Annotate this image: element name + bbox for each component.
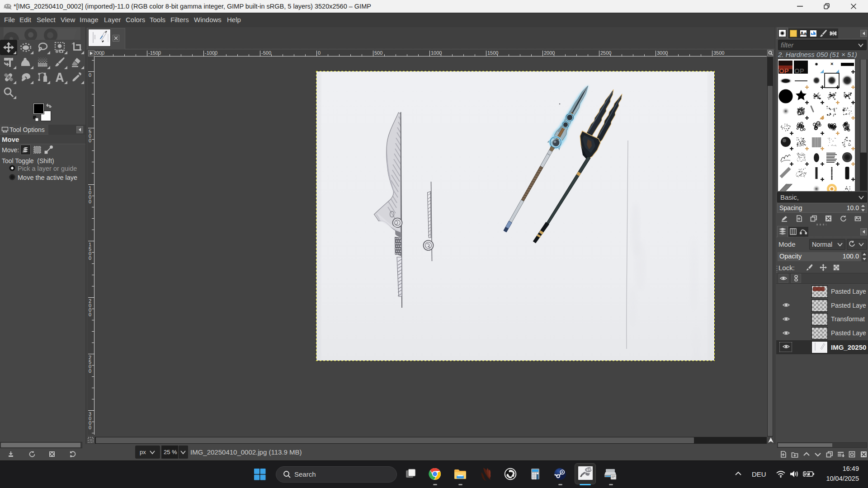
svg-text:OP: OP (779, 67, 789, 75)
svg-text:OP: OP (794, 67, 804, 75)
svg-text:2500: 2500 (600, 50, 611, 56)
svg-text:3000: 3000 (657, 50, 668, 56)
svg-text:0: 0 (318, 50, 321, 56)
svg-text:-1000: -1000 (205, 50, 217, 56)
svg-text:0: 0 (89, 425, 91, 430)
svg-text:500: 500 (374, 50, 382, 56)
svg-text:1000: 1000 (431, 50, 442, 56)
svg-text:0: 0 (89, 368, 91, 374)
svg-text:0: 0 (89, 199, 91, 204)
svg-text:-1500: -1500 (148, 50, 161, 56)
svg-text:2000: 2000 (544, 50, 555, 56)
svg-text:0: 0 (89, 255, 91, 261)
svg-text:0: 0 (89, 72, 91, 78)
svg-text:0: 0 (89, 312, 91, 317)
svg-text:1500: 1500 (487, 50, 498, 56)
svg-text:-2000: -2000 (94, 50, 104, 56)
svg-text:3500: 3500 (713, 50, 724, 56)
svg-text:-500: -500 (261, 50, 271, 56)
svg-text:×: × (830, 61, 833, 66)
svg-text:0: 0 (89, 138, 91, 143)
